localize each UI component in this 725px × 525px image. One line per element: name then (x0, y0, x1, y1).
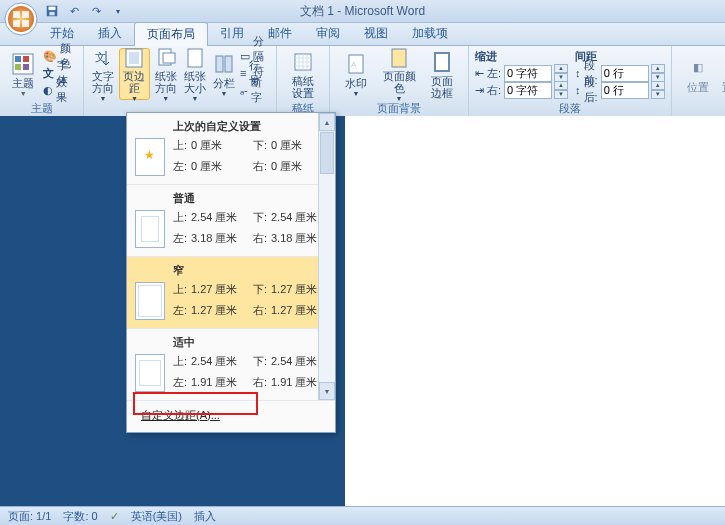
redo-icon[interactable]: ↷ (88, 3, 104, 19)
effects-icon: ◐ (43, 84, 53, 97)
spacing-before-spinner[interactable]: ▲▼ (601, 64, 665, 82)
preset-normal[interactable]: 普通 上:2.54 厘米下:2.54 厘米 左:3.18 厘米右:3.18 厘米 (127, 185, 335, 257)
chevron-down-icon: ▼ (191, 95, 198, 102)
page-color-button[interactable]: 页面颜色▼ (379, 48, 419, 100)
before-icon: ↕ (575, 67, 581, 79)
status-words[interactable]: 字数: 0 (63, 509, 97, 524)
margins-button[interactable]: 页边距▼ (119, 48, 150, 100)
themes-icon (11, 52, 35, 76)
svg-rect-14 (163, 53, 175, 63)
ribbon: 主题 ▼ 🎨颜色 文字体 ◐效果 主题 文文字方向▼ 页边距▼ 纸张方向▼ 纸张… (0, 46, 725, 119)
preset-values: 上:1.27 厘米下:1.27 厘米 左:1.27 厘米右:1.27 厘米 (173, 282, 331, 320)
preset-title: 窄 (173, 263, 313, 278)
dropdown-scrollbar[interactable]: ▲▼ (318, 113, 335, 400)
svg-text:文: 文 (95, 51, 106, 63)
themes-button[interactable]: 主题 ▼ (6, 48, 40, 100)
tab-addins[interactable]: 加载项 (400, 22, 460, 45)
preset-values: 上:0 厘米下:0 厘米 左:0 厘米右:0 厘米 (173, 138, 331, 176)
watermark-icon: A (344, 52, 368, 76)
after-icon: ↕ (575, 84, 581, 96)
size-button[interactable]: 纸张大小▼ (182, 48, 208, 100)
text-direction-icon: 文 (91, 47, 115, 69)
tab-page-layout[interactable]: 页面布局 (134, 22, 208, 46)
svg-rect-21 (392, 49, 406, 67)
tab-review[interactable]: 审阅 (304, 22, 352, 45)
lineno-icon: ≡ (240, 67, 246, 79)
preset-narrow[interactable]: 窄 上:1.27 厘米下:1.27 厘米 左:1.27 厘米右:1.27 厘米 (127, 257, 335, 329)
svg-rect-7 (23, 56, 29, 62)
save-icon[interactable] (44, 3, 60, 19)
title-bar: ↶ ↷ ▾ 文档 1 - Microsoft Word (0, 0, 725, 23)
status-language[interactable]: 英语(美国) (131, 509, 182, 524)
svg-rect-3 (49, 7, 56, 11)
quick-access-toolbar: ↶ ↷ ▾ (44, 3, 126, 19)
preset-values: 上:2.54 厘米下:2.54 厘米 左:3.18 厘米右:3.18 厘米 (173, 210, 331, 248)
tab-references[interactable]: 引用 (208, 22, 256, 45)
preset-title: 普通 (173, 191, 313, 206)
status-page[interactable]: 页面: 1/1 (8, 509, 51, 524)
svg-rect-8 (15, 64, 21, 70)
position-button[interactable]: ◧位置 (678, 48, 718, 100)
indent-right-spinner[interactable]: ▲▼ (504, 81, 568, 99)
tab-insert[interactable]: 插入 (86, 22, 134, 45)
fonts-icon: 文 (43, 66, 54, 81)
margins-dropdown: ▲▼ 上次的自定义设置 上:0 厘米下:0 厘米 左:0 厘米右:0 厘米 普通… (126, 112, 336, 433)
custom-margins-link[interactable]: 自定义边距(A)... (135, 405, 327, 426)
indent-right-icon: ⇥ (475, 84, 484, 97)
svg-rect-4 (49, 12, 54, 16)
preset-title: 上次的自定义设置 (173, 119, 313, 134)
group-page-setup: 文文字方向▼ 页边距▼ 纸张方向▼ 纸张大小▼ 分栏▼ ▭分隔符 ≡行号 ₐ-断… (84, 46, 277, 118)
themes-label: 主题 (12, 77, 34, 89)
theme-effects[interactable]: ◐效果 (43, 82, 77, 98)
indent-left-icon: ⇤ (475, 67, 484, 80)
hyphenation-button[interactable]: ₐ-断字 (240, 82, 270, 98)
watermark-button[interactable]: A水印▼ (336, 48, 376, 100)
group-theme: 主题 ▼ 🎨颜色 文字体 ◐效果 主题 (0, 46, 84, 118)
qat-dropdown-icon[interactable]: ▾ (110, 3, 126, 19)
group-paragraph: 缩进 ⇤左:▲▼ ⇥右:▲▼ 间距 ↕段前:▲▼ ↕段后:▲▼ 段落 (469, 46, 672, 118)
indent-right-row: ⇥右:▲▼ (475, 82, 568, 98)
svg-rect-6 (15, 56, 21, 62)
columns-button[interactable]: 分栏▼ (211, 48, 237, 100)
chevron-down-icon: ▼ (220, 90, 227, 97)
spacing-after-spinner[interactable]: ▲▼ (601, 81, 665, 99)
office-button[interactable] (4, 2, 38, 36)
border-icon (430, 50, 454, 74)
indent-left-row: ⇤左:▲▼ (475, 65, 568, 81)
undo-icon[interactable]: ↶ (66, 3, 82, 19)
status-bar: 页面: 1/1 字数: 0 ✓ 英语(美国) 插入 (0, 506, 725, 525)
page-color-icon (387, 47, 411, 69)
preset-values: 上:2.54 厘米下:2.54 厘米 左:1.91 厘米右:1.91 厘米 (173, 354, 331, 392)
svg-rect-9 (23, 64, 29, 70)
svg-rect-16 (216, 56, 223, 72)
indent-left-spinner[interactable]: ▲▼ (504, 64, 568, 82)
window-title: 文档 1 - Microsoft Word (300, 3, 425, 20)
preset-moderate[interactable]: 适中 上:2.54 厘米下:2.54 厘米 左:1.91 厘米右:1.91 厘米 (127, 329, 335, 401)
chevron-down-icon: ▼ (162, 95, 169, 102)
page-border-button[interactable]: 页面 边框 (422, 48, 462, 100)
group-paper: 稿纸 设置 稿纸 (277, 46, 330, 118)
bring-front-button[interactable]: ▣置于顶层 (721, 48, 725, 100)
svg-point-1 (8, 6, 34, 32)
tab-view[interactable]: 视图 (352, 22, 400, 45)
status-mode[interactable]: 插入 (194, 509, 216, 524)
size-icon (183, 47, 207, 69)
page-thumb-icon (135, 210, 165, 248)
chevron-down-icon: ▼ (131, 95, 138, 102)
columns-icon (212, 52, 236, 76)
page-thumb-icon (135, 138, 165, 176)
group-arrange: ◧位置 ▣置于顶层 x (672, 46, 725, 118)
colors-icon: 🎨 (43, 50, 57, 63)
orientation-button[interactable]: 纸张方向▼ (153, 48, 179, 100)
paper-icon (291, 50, 315, 74)
document-area (0, 116, 725, 507)
group-page-background: A水印▼ 页面颜色▼ 页面 边框 页面背景 (330, 46, 469, 118)
svg-text:A: A (351, 60, 357, 69)
document-page[interactable] (345, 116, 725, 507)
spacing-after-row: ↕段后:▲▼ (575, 82, 665, 98)
chevron-down-icon: ▼ (20, 90, 27, 97)
paper-settings-button[interactable]: 稿纸 设置 (283, 48, 323, 100)
preset-last-custom[interactable]: 上次的自定义设置 上:0 厘米下:0 厘米 左:0 厘米右:0 厘米 (127, 113, 335, 185)
text-direction-button[interactable]: 文文字方向▼ (90, 48, 116, 100)
indent-header: 缩进 (475, 48, 568, 64)
